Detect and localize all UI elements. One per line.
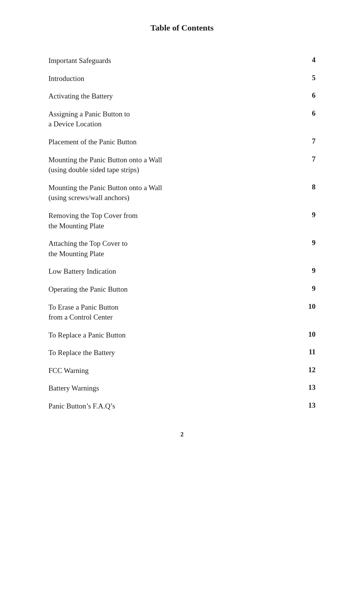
toc-item-label: Attaching the Top Cover to the Mounting … [48,239,293,259]
toc-item-page: 13 [300,401,316,410]
toc-row: Placement of the Panic Button7 [48,133,316,151]
toc-item-page: 13 [300,383,316,392]
toc-item-label: Low Battery Indication [48,266,293,277]
toc-item-page: 9 [300,211,316,219]
toc-item-label: FCC Warning [48,366,293,376]
toc-item-label: Panic Button’s F.A.Q’s [48,401,293,412]
toc-item-label: Battery Warnings [48,383,293,394]
toc-row: Important Safeguards4 [48,52,316,70]
toc-row: Mounting the Panic Button onto a Wall (u… [48,151,316,179]
toc-row: Mounting the Panic Button onto a Wall (u… [48,179,316,207]
toc-item-page: 9 [300,284,316,293]
toc-item-page: 9 [300,239,316,247]
toc-item-page: 12 [300,366,316,374]
page-container: Table of Contents Important Safeguards4I… [33,0,331,461]
toc-item-label: Mounting the Panic Button onto a Wall (u… [48,183,293,203]
toc-item-label: To Erase a Panic Button from a Control C… [48,302,293,323]
toc-item-label: Mounting the Panic Button onto a Wall (u… [48,155,293,175]
toc-item-page: 10 [300,302,316,311]
toc-item-page: 6 [300,91,316,100]
toc-item-page: 10 [300,330,316,339]
toc-item-label: Removing the Top Cover from the Mounting… [48,211,293,231]
toc-item-label: Assigning a Panic Button to a Device Loc… [48,109,293,129]
toc-item-page: 11 [300,348,316,356]
toc-row: To Replace the Battery11 [48,344,316,362]
toc-row: Activating the Battery6 [48,87,316,105]
toc-row: Battery Warnings13 [48,379,316,397]
page-number: 2 [180,431,184,438]
toc-row: FCC Warning12 [48,362,316,380]
toc-item-label: To Replace a Panic Button [48,330,293,341]
toc-item-label: Introduction [48,74,293,84]
page-title: Table of Contents [150,23,213,33]
toc-item-page: 8 [300,183,316,191]
toc-row: Assigning a Panic Button to a Device Loc… [48,105,316,133]
toc-row: Introduction5 [48,70,316,88]
toc-item-label: Important Safeguards [48,56,293,66]
toc-item-label: Activating the Battery [48,91,293,102]
toc-item-page: 5 [300,74,316,82]
toc-row: To Replace a Panic Button10 [48,326,316,344]
toc-row: To Erase a Panic Button from a Control C… [48,299,316,326]
toc-row: Panic Button’s F.A.Q’s13 [48,397,316,415]
toc-row: Attaching the Top Cover to the Mounting … [48,235,316,263]
toc-row: Operating the Panic Button9 [48,281,316,299]
toc-item-page: 6 [300,109,316,118]
toc-item-label: To Replace the Battery [48,348,293,358]
toc-item-page: 9 [300,266,316,275]
toc-item-page: 4 [300,56,316,64]
toc-row: Low Battery Indication9 [48,263,316,281]
toc-item-label: Operating the Panic Button [48,284,293,295]
toc-row: Removing the Top Cover from the Mounting… [48,207,316,235]
toc-item-page: 7 [300,155,316,163]
toc-table: Important Safeguards4Introduction5Activa… [48,52,316,415]
toc-item-page: 7 [300,137,316,145]
toc-item-label: Placement of the Panic Button [48,137,293,147]
